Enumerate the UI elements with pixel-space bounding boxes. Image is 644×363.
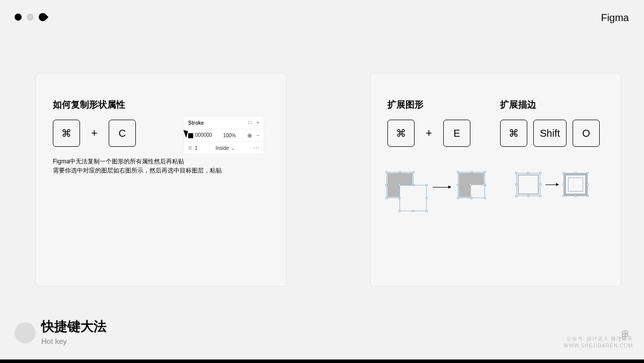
key-cmd: ⌘ <box>500 120 527 147</box>
style-icon: ∷ <box>248 119 252 126</box>
dot-icon <box>27 14 34 21</box>
illustration-flatten <box>387 173 498 218</box>
key-shift: Shift <box>533 120 567 147</box>
key-E: E <box>443 120 470 147</box>
color-value: 000000 <box>188 132 212 138</box>
shortcut-row: ⌘ + C <box>53 120 136 147</box>
card-expand: 扩展图形 扩展描边 ⌘ + E ⌘ Shift O <box>370 73 621 287</box>
stroke-align: Inside <box>215 145 229 151</box>
description: Figma中无法复制一个图形的所有属性然后再粘贴 需要你选中对应的图层如右图所示… <box>53 157 222 175</box>
color-hex: 000000 <box>195 132 212 138</box>
desc-line: 需要你选中对应的图层如右图所示，然后再选中目标图层，粘贴 <box>53 166 222 175</box>
shortcut-row-e: ⌘ + E <box>387 120 470 147</box>
footer-subtitle: Hot key <box>41 337 67 345</box>
slide-page: Figma 如何复制形状属性 ⌘ + C Stroke ∷ + 000000 1… <box>0 0 644 359</box>
more-icon: ⋯ <box>254 144 260 151</box>
stroke-panel-title: Stroke <box>188 120 204 126</box>
card-title-e: 扩展图形 <box>387 99 424 111</box>
key-O: O <box>573 120 600 147</box>
watermark: 公众号: 设计达人 整理分享 WWW.SHEJIDAREN.COM <box>564 335 633 349</box>
add-icon: + <box>256 119 260 126</box>
card-title-o: 扩展描边 <box>500 99 536 111</box>
illustration-outline-stroke <box>516 173 617 203</box>
key-cmd: ⌘ <box>387 120 415 147</box>
brand-label: Figma <box>601 12 629 24</box>
chevron-down-icon: ⌄ <box>230 144 235 151</box>
footer-title: 快捷键大法 <box>41 318 107 335</box>
remove-icon: − <box>256 132 260 139</box>
watermark-line: WWW.SHEJIDAREN.COM <box>564 342 633 349</box>
opacity-value: 100% <box>223 133 236 138</box>
watermark-line: 公众号: 设计达人 整理分享 <box>564 335 633 342</box>
card-title: 如何复制形状属性 <box>53 99 125 111</box>
key-cmd: ⌘ <box>53 120 80 147</box>
leaf-icon <box>37 12 49 23</box>
stroke-weight: 1 <box>195 145 198 151</box>
card-copy-properties: 如何复制形状属性 ⌘ + C Stroke ∷ + 000000 100% ◉ … <box>35 73 287 287</box>
plus-icon: + <box>91 127 98 140</box>
traffic-dots <box>15 13 47 21</box>
eye-icon: ◉ <box>247 132 252 139</box>
footer-dot-icon <box>15 322 36 343</box>
stroke-panel: Stroke ∷ + 000000 100% ◉ − ≡ 1 <box>184 116 264 154</box>
key-C: C <box>109 120 136 147</box>
shortcut-row-o: ⌘ Shift O <box>500 120 600 147</box>
desc-line: Figma中无法复制一个图形的所有属性然后再粘贴 <box>53 157 222 166</box>
plus-icon: + <box>426 127 432 140</box>
dot-icon <box>15 14 22 21</box>
weight-icon: ≡ <box>188 144 192 151</box>
